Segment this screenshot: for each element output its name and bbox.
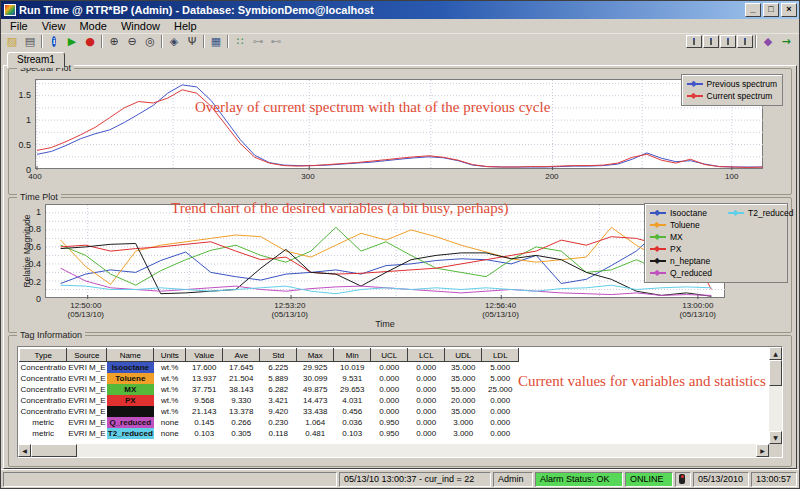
preview-button[interactable]: ◈ [165, 34, 183, 49]
cell-source: EVRI M_E [67, 428, 107, 439]
toolbar-separator [41, 35, 43, 48]
zoom-out-button[interactable]: ⊖ [123, 34, 141, 49]
cell-value: 13.937 [186, 373, 223, 384]
table-row[interactable]: metricEVRI M_EQ_reducednone0.1450.2660.2… [20, 417, 519, 428]
help-book-button[interactable]: ◆ [759, 34, 777, 49]
column-header-lcl[interactable]: LCL [408, 349, 445, 362]
cell-source: EVRI M_E [67, 373, 107, 384]
status-message [3, 472, 337, 487]
table-row[interactable]: ConcentratioEVRI M_EToluenewt.%13.93721.… [20, 373, 519, 384]
y-tick-label: 0.5 [11, 140, 31, 150]
status-timestamp: 05/13/10 13:00:37 - cur_ind = 22 [339, 472, 491, 487]
cell-units: wt.% [154, 362, 186, 373]
exit-button[interactable]: → [777, 34, 795, 49]
mdi-window-button-4[interactable] [737, 35, 753, 48]
scroll-down-button[interactable]: ▼ [769, 431, 782, 444]
tag-table-vertical-scrollbar[interactable]: ▲ ▼ [769, 347, 782, 444]
column-header-ucl[interactable]: UCL [371, 349, 408, 362]
y-tick-label: 1 [11, 115, 31, 125]
table-row[interactable]: ConcentratioEVRI M_En_heptanewt.%21.1431… [20, 406, 519, 417]
info-button[interactable]: i [45, 34, 63, 49]
print-icon: ▤ [25, 36, 35, 47]
legend-marker-icon: ◆ [687, 80, 703, 88]
column-header-max[interactable]: Max [297, 349, 334, 362]
scroll-left-button[interactable]: ◀ [18, 444, 31, 457]
run-button[interactable]: ▶ [63, 34, 81, 49]
menu-file[interactable]: File [3, 19, 35, 34]
legend-marker-icon: ◆ [687, 92, 703, 100]
scroll-right-button[interactable]: ▶ [756, 444, 769, 457]
connection-button[interactable]: ∷ [231, 34, 249, 49]
link-b-button[interactable]: ⊷ [267, 34, 285, 49]
cell-value: 6.225 [260, 362, 297, 373]
cell-value: 35.000 [445, 362, 482, 373]
app-icon [4, 4, 16, 16]
column-header-value[interactable]: Value [186, 349, 223, 362]
legend-diamond-icon: ◆ [691, 79, 697, 89]
table-row[interactable]: ConcentratioEVRI M_EMXwt.%37.75138.1436.… [20, 384, 519, 395]
cell-value: 29.925 [297, 362, 334, 373]
cell-value: 38.143 [223, 384, 260, 395]
column-header-udl[interactable]: UDL [445, 349, 482, 362]
column-header-ldl[interactable]: LDL [482, 349, 519, 362]
column-header-source[interactable]: Source [67, 349, 107, 362]
zoom-in-button[interactable]: ⊕ [105, 34, 123, 49]
cell-value: 5.889 [260, 373, 297, 384]
tag-table-horizontal-scrollbar[interactable]: ◀ ▶ [18, 444, 769, 457]
chart-window-button[interactable]: ▦ [207, 34, 225, 49]
status-online: ONLINE [625, 472, 673, 487]
cell-value: 9.531 [334, 373, 371, 384]
cell-value: 9.568 [186, 395, 223, 406]
zoom-reset-button[interactable]: ◎ [141, 34, 159, 49]
menu-view[interactable]: View [35, 19, 73, 34]
tab-row: Stream1 [3, 49, 797, 65]
spectral-chart-canvas[interactable] [35, 79, 763, 169]
time-chart-canvas[interactable] [45, 204, 725, 298]
legend-marker-icon: ◆ [650, 209, 666, 217]
legend-item-Isooctane: ◆Isooctane [650, 207, 728, 219]
column-header-units[interactable]: Units [154, 349, 186, 362]
cell-type: Concentratio [20, 395, 67, 406]
close-button[interactable]: × [781, 3, 797, 17]
cell-units: none [154, 428, 186, 439]
horizontal-scroll-thumb[interactable] [31, 444, 77, 457]
legend-diamond-icon: ◆ [654, 244, 660, 254]
cell-value: 0.000 [408, 373, 445, 384]
minimize-button[interactable]: _ [745, 3, 761, 17]
tab-stream1[interactable]: Stream1 [7, 52, 65, 68]
open-button[interactable]: ▨ [3, 34, 21, 49]
column-header-ave[interactable]: Ave [223, 349, 260, 362]
column-header-min[interactable]: Min [334, 349, 371, 362]
stop-button[interactable]: ● [81, 34, 99, 49]
menu-help[interactable]: Help [167, 19, 204, 34]
toolbar-separator [161, 35, 163, 48]
table-row[interactable]: metricEVRI M_ET2_reducednone0.1030.3050.… [20, 428, 519, 439]
column-header-name[interactable]: Name [107, 349, 154, 362]
print-button[interactable]: ▤ [21, 34, 39, 49]
link-a-button[interactable]: ⊶ [249, 34, 267, 49]
column-header-std[interactable]: Std [260, 349, 297, 362]
cell-value: 0.000 [371, 362, 408, 373]
mdi-window-button-3[interactable] [720, 35, 736, 48]
mdi-window-button-2[interactable] [703, 35, 719, 48]
y-tick-label: 1.5 [11, 90, 31, 100]
menu-mode[interactable]: Mode [72, 19, 114, 34]
maximize-button[interactable]: □ [763, 3, 779, 17]
spectral-legend: ◆Previous spectrum◆Current spectrum [681, 74, 783, 106]
mdi-window-button-1[interactable] [686, 35, 702, 48]
toolbar-separator [755, 35, 757, 48]
table-row[interactable]: ConcentratioEVRI M_EPXwt.%9.5689.3303.42… [20, 395, 519, 406]
table-row[interactable]: ConcentratioEVRI M_EIsooctanewt.%17.6001… [20, 362, 519, 373]
vertical-scroll-thumb[interactable] [769, 360, 782, 386]
time-plot-group: Time Plot Relative Magnitude 00.20.40.60… [8, 197, 792, 333]
axis-scale-button[interactable]: Ψ [183, 34, 201, 49]
cell-value: 55.000 [445, 384, 482, 395]
cell-type: Concentratio [20, 406, 67, 417]
legend-item-Q_reduced: ◆Q_reduced [650, 267, 728, 279]
menu-window[interactable]: Window [114, 19, 167, 34]
time-plot-legend: ◆Isooctane◆Toluene◆MX◆PX◆n_heptane◆Q_red… [644, 203, 788, 283]
cell-value: 9.330 [223, 395, 260, 406]
legend-label: PX [670, 244, 681, 254]
scroll-up-button[interactable]: ▲ [769, 347, 782, 360]
column-header-type[interactable]: Type [20, 349, 67, 362]
